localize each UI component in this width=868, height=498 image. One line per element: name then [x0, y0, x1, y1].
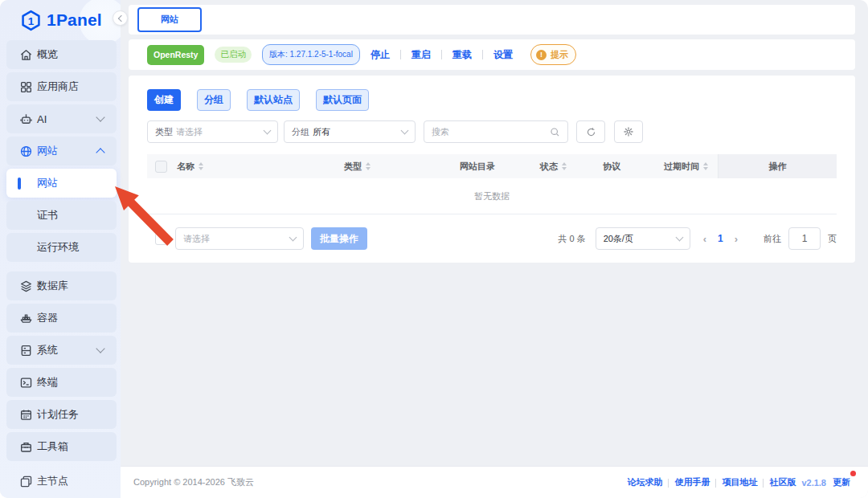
select-value: 所有 — [313, 126, 330, 138]
column-header-protocol: 协议 — [603, 161, 664, 173]
select-all-checkbox[interactable] — [155, 161, 167, 173]
edition-link[interactable]: 社区版 — [769, 476, 796, 488]
restart-link[interactable]: 重启 — [411, 48, 431, 62]
robot-icon — [18, 112, 33, 126]
chevron-down-icon — [289, 234, 297, 242]
sidebar-item-cron[interactable]: 计划任务 — [6, 400, 117, 429]
chevron-down-icon — [675, 234, 683, 242]
sidebar-item-label: 概览 — [37, 47, 104, 62]
tip-badge[interactable]: ! 提示 — [530, 44, 576, 65]
current-page[interactable]: 1 — [718, 233, 723, 244]
update-dot — [850, 471, 856, 476]
select-label: 分组 — [292, 126, 309, 138]
tab-website[interactable]: 网站 — [137, 7, 202, 32]
group-button[interactable]: 分组 — [197, 89, 231, 111]
batch-checkbox[interactable] — [155, 233, 167, 245]
warning-icon: ! — [536, 50, 547, 60]
divider — [441, 50, 442, 59]
sidebar-item-label: 证书 — [37, 208, 104, 222]
sidebar-item-label: 数据库 — [37, 279, 104, 293]
column-header-status[interactable]: 状态 — [540, 161, 603, 173]
column-header-dir: 网站目录 — [460, 161, 540, 173]
sidebar-item-runtime[interactable]: 运行环境 — [6, 233, 117, 262]
sidebar-item-label: 终端 — [37, 375, 104, 390]
chevron-down-icon — [264, 127, 272, 135]
sidebar-item-label: 网站 — [37, 176, 104, 190]
sort-icon[interactable] — [366, 162, 371, 170]
sidebar-item-container[interactable]: 容器 — [6, 304, 117, 333]
refresh-button[interactable] — [576, 120, 605, 143]
sidebar-item-label: AI — [37, 113, 97, 125]
brand-logo-icon: 1 — [20, 10, 42, 31]
sidebar-item-node[interactable]: 主节点 — [6, 467, 117, 496]
tab-bar: 网站 — [129, 5, 855, 35]
website-panel: 创建 分组 默认站点 默认页面 类型 请选择 分组 所有 — [129, 76, 855, 263]
sidebar-item-label: 容器 — [37, 311, 104, 325]
search-box — [424, 120, 568, 143]
sidebar-item-system[interactable]: 系统 — [6, 336, 117, 365]
prev-page-button[interactable]: ‹ — [703, 233, 706, 245]
content: 网站 OpenResty 已启动 版本: 1.27.1.2-5-1-focal … — [121, 0, 868, 466]
column-header-actions: 操作 — [718, 154, 837, 178]
stop-link[interactable]: 停止 — [371, 48, 390, 62]
page-size-select[interactable]: 20条/页 — [596, 227, 690, 250]
forum-link[interactable]: 论坛求助 — [627, 476, 662, 488]
reload-link[interactable]: 重载 — [452, 48, 472, 62]
goto-page-input[interactable] — [788, 227, 821, 250]
sort-icon[interactable] — [562, 162, 567, 170]
svg-text:1: 1 — [28, 14, 35, 27]
sidebar-item-label: 计划任务 — [37, 407, 104, 422]
sidebar-item-toolbox[interactable]: 工具箱 — [6, 432, 117, 461]
copyright: Copyright © 2014-2026 飞致云 — [133, 476, 254, 488]
footer-links: 论坛求助 使用手册 项目地址 社区版 v2.1.8 更新 — [627, 476, 850, 488]
version-badge: 版本: 1.27.1.2-5-1-focal — [262, 44, 360, 65]
default-site-button[interactable]: 默认站点 — [247, 89, 300, 111]
column-header-type[interactable]: 类型 — [344, 161, 460, 173]
footer: Copyright © 2014-2026 飞致云 论坛求助 使用手册 项目地址… — [121, 466, 868, 498]
sidebar-item-label: 网站 — [37, 144, 97, 158]
default-page-button[interactable]: 默认页面 — [316, 89, 369, 111]
search-icon — [550, 127, 560, 137]
sidebar-item-label: 工具箱 — [37, 439, 104, 454]
divider — [400, 50, 401, 59]
appstore-icon — [18, 80, 33, 94]
sidebar-collapse-button[interactable] — [113, 10, 128, 26]
batch-action-button[interactable]: 批量操作 — [311, 227, 367, 250]
brand-logo[interactable]: 1 1Panel — [0, 0, 121, 40]
sidebar-item-terminal[interactable]: 终端 — [6, 368, 117, 397]
search-input[interactable] — [432, 127, 550, 137]
sort-icon[interactable] — [703, 162, 708, 170]
sidebar-item-label: 系统 — [37, 343, 97, 357]
sort-icon[interactable] — [199, 162, 203, 170]
sidebar-item-website[interactable]: 网站 — [6, 169, 117, 198]
sidebar-item-label: 主节点 — [37, 474, 104, 488]
sidebar-item-cert[interactable]: 证书 — [6, 201, 117, 230]
column-header-name[interactable]: 名称 — [177, 161, 344, 173]
filter-bar: 类型 请选择 分组 所有 — [147, 120, 837, 143]
sidebar-item-ai[interactable]: AI — [6, 104, 117, 133]
calendar-icon — [18, 407, 33, 422]
select-placeholder: 请选择 — [176, 126, 203, 138]
database-icon — [18, 279, 33, 293]
manual-link[interactable]: 使用手册 — [674, 476, 710, 488]
sidebar-item-database[interactable]: 数据库 — [6, 271, 117, 300]
type-filter-select[interactable]: 类型 请选择 — [147, 120, 278, 143]
batch-bar: 请选择 批量操作 共 0 条 20条/页 ‹ 1 › 前往 — [147, 227, 837, 251]
next-page-button[interactable]: › — [735, 233, 738, 245]
openresty-badge[interactable]: OpenResty — [147, 45, 204, 65]
column-settings-button[interactable] — [614, 120, 643, 143]
globe-icon — [18, 144, 33, 158]
app-window: 1 1Panel 概览 应用商店 AI — [0, 0, 868, 498]
sidebar-item-appstore[interactable]: 应用商店 — [6, 72, 117, 101]
column-header-expire[interactable]: 过期时间 — [664, 161, 718, 173]
sidebar-item-overview[interactable]: 概览 — [6, 40, 117, 69]
group-filter-select[interactable]: 分组 所有 — [284, 120, 416, 143]
sidebar-item-label: 运行环境 — [37, 240, 104, 255]
create-button[interactable]: 创建 — [147, 89, 181, 111]
update-link[interactable]: 更新 — [833, 476, 850, 488]
sidebar-item-website-group[interactable]: 网站 — [6, 137, 117, 165]
project-link[interactable]: 项目地址 — [722, 476, 757, 488]
settings-link[interactable]: 设置 — [493, 48, 513, 62]
batch-select[interactable]: 请选择 — [175, 227, 304, 250]
sidebar-menu: 概览 应用商店 AI 网站 — [0, 40, 121, 461]
